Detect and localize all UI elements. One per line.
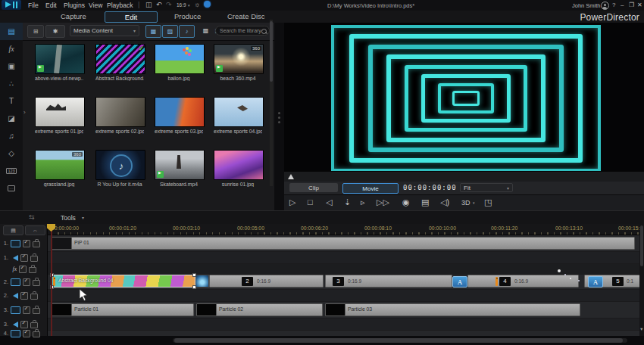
transition-icon[interactable]: A bbox=[452, 276, 467, 288]
track-lock-icon[interactable] bbox=[30, 322, 38, 328]
tab-produce[interactable]: Produce bbox=[168, 11, 207, 21]
3d-mode-button[interactable]: 3D bbox=[461, 199, 470, 207]
audio-track-3-lane[interactable] bbox=[47, 319, 639, 330]
volume-button[interactable]: ◁) bbox=[440, 197, 449, 207]
help-button[interactable]: ? bbox=[612, 2, 615, 8]
timeline-clip-4[interactable]: 4 0:16.9 bbox=[467, 275, 579, 288]
room-content-dropdown[interactable]: Media Content bbox=[70, 25, 139, 36]
snapshot-button[interactable]: ◉ bbox=[402, 197, 410, 207]
track-manager-button[interactable]: ▤ bbox=[3, 225, 23, 235]
timeline-ruler[interactable]: 00:00:00:00 00:00:01:20 00:00:03:10 00:0… bbox=[47, 224, 639, 235]
timeline-clip-particle-3[interactable]: Particle 03 bbox=[325, 303, 580, 316]
library-item[interactable]: extreme sports 03.jpg bbox=[155, 97, 203, 134]
restore-button[interactable]: ❐ bbox=[629, 2, 634, 8]
library-item[interactable]: extreme sports 01.jpg bbox=[35, 97, 83, 134]
library-item[interactable]: extreme sports 04.jpg bbox=[214, 97, 262, 134]
seek-handle[interactable] bbox=[288, 174, 294, 179]
filter-music-button[interactable]: ♪ bbox=[179, 25, 195, 38]
menu-edit[interactable]: Edit bbox=[45, 2, 57, 9]
particle-room-button[interactable]: ∴ bbox=[0, 75, 23, 92]
timeline-clip-pip[interactable]: PiP 01 bbox=[52, 237, 635, 250]
library-item[interactable]: ♪ R You Up for it.m4a bbox=[95, 150, 144, 187]
timeline-clip-particle-1[interactable]: Particle 01 bbox=[52, 303, 194, 316]
fast-forward-button[interactable]: ▷▷ bbox=[377, 197, 389, 207]
library-item[interactable]: sunrise 01.jpg bbox=[214, 150, 262, 187]
track-enable-checkbox[interactable] bbox=[19, 266, 27, 273]
library-item[interactable]: 360 beach 360.mp4 bbox=[214, 44, 262, 81]
redo-icon[interactable]: ↷ bbox=[166, 1, 172, 8]
chapter-room-button[interactable]: 123 bbox=[0, 162, 23, 179]
voice-over-room-button[interactable]: ◇ bbox=[0, 145, 23, 162]
menu-view[interactable]: View bbox=[89, 2, 102, 9]
notification-icon[interactable] bbox=[204, 1, 211, 8]
seek-button[interactable]: ⇣ bbox=[344, 197, 351, 207]
pip-objects-room-button[interactable]: ▣ bbox=[0, 58, 23, 75]
avatar-icon[interactable] bbox=[601, 2, 609, 10]
vscroll-down-arrow-icon[interactable]: ▼ bbox=[639, 327, 643, 331]
library-item[interactable]: ballon.jpg bbox=[155, 44, 203, 81]
timeline-clip-particle-2[interactable]: Particle 02 bbox=[196, 303, 323, 316]
aspect-ratio-dropdown[interactable]: 16:9 bbox=[177, 2, 186, 8]
layout-icon[interactable]: ◫ bbox=[145, 1, 152, 8]
expand-panel-arrow[interactable]: › bbox=[23, 109, 26, 116]
track-lock-icon[interactable] bbox=[33, 241, 40, 247]
search-input[interactable]: Search the library bbox=[215, 26, 270, 36]
track-enable-checkbox[interactable] bbox=[20, 292, 28, 300]
library-scrollbar[interactable] bbox=[270, 20, 273, 186]
track-enable-checkbox[interactable] bbox=[23, 240, 30, 247]
subtitle-room-button[interactable]: ··· bbox=[0, 179, 23, 197]
timecode-display[interactable]: 00:00:00:00 bbox=[403, 184, 457, 191]
track-enable-checkbox[interactable] bbox=[20, 321, 28, 328]
preview-video[interactable] bbox=[331, 25, 601, 171]
audio-mixing-room-button[interactable]: ♫ bbox=[0, 127, 23, 145]
audio-track-2-lane[interactable] bbox=[47, 290, 639, 301]
clip-mode-button[interactable]: Clip bbox=[289, 183, 338, 192]
timeline-vscrollbar[interactable] bbox=[639, 224, 644, 336]
track-lock-icon[interactable] bbox=[30, 256, 38, 262]
track-lock-icon[interactable] bbox=[33, 280, 40, 286]
playhead-line[interactable] bbox=[51, 224, 52, 336]
range-select-button[interactable]: ⇔ bbox=[25, 225, 45, 235]
track-enable-checkbox[interactable] bbox=[23, 278, 30, 286]
split-clip-icon[interactable]: ⇆ bbox=[29, 213, 35, 221]
transition-icon[interactable]: A bbox=[588, 276, 603, 288]
media-room-button[interactable]: ▤ bbox=[0, 23, 23, 40]
tab-edit[interactable]: Edit bbox=[105, 11, 158, 23]
preview-seek-bar[interactable] bbox=[284, 171, 644, 182]
grid-view-icon[interactable]: ▩ bbox=[200, 25, 211, 36]
title-room-button[interactable]: T bbox=[0, 92, 23, 110]
track-enable-checkbox[interactable] bbox=[23, 330, 30, 337]
next-frame-button[interactable]: ▹ bbox=[361, 197, 365, 207]
play-button[interactable]: ▷ bbox=[289, 197, 295, 207]
track-lock-icon[interactable] bbox=[30, 294, 38, 300]
library-item[interactable]: Skateboard.mp4 bbox=[155, 150, 203, 187]
settings-icon[interactable]: ☼ bbox=[194, 1, 200, 8]
menu-plugins[interactable]: Plugins bbox=[64, 2, 85, 9]
panel-divider[interactable] bbox=[274, 23, 284, 212]
track-lock-icon[interactable] bbox=[33, 308, 40, 314]
tab-create-disc[interactable]: Create Disc bbox=[221, 11, 271, 21]
filter-photo-button[interactable]: ▨ bbox=[162, 25, 178, 38]
track-lock-icon[interactable] bbox=[33, 331, 40, 337]
track-lock-icon[interactable] bbox=[29, 267, 36, 273]
fit-zoom-dropdown[interactable]: Fit bbox=[460, 183, 513, 192]
clip-thumbnail[interactable] bbox=[195, 275, 209, 288]
filter-video-button[interactable]: ▦ bbox=[145, 25, 161, 38]
preview-quality-button[interactable]: ▤ bbox=[421, 197, 429, 207]
undock-preview-button[interactable]: ◳ bbox=[484, 197, 492, 207]
video-track-4-lane[interactable] bbox=[47, 331, 639, 336]
close-button[interactable]: ✕ bbox=[637, 2, 642, 8]
minimize-button[interactable]: – bbox=[621, 2, 624, 8]
track-enable-checkbox[interactable] bbox=[23, 306, 30, 314]
menu-file[interactable]: File bbox=[28, 2, 39, 9]
movie-mode-button[interactable]: Movie bbox=[342, 183, 399, 194]
timeline-hscrollbar[interactable] bbox=[173, 338, 627, 343]
tab-capture[interactable]: Capture bbox=[55, 11, 92, 21]
menu-playback[interactable]: Playback bbox=[107, 2, 133, 9]
timeline-clip-2[interactable]: 2 0:16.9 bbox=[209, 275, 324, 288]
timeline-clip-abstract[interactable]: Abstract Background 04 bbox=[52, 275, 195, 288]
tools-dropdown[interactable]: Tools bbox=[61, 214, 76, 222]
effect-room-button[interactable]: fx bbox=[0, 40, 23, 58]
library-item[interactable]: extreme sports 02.jpg bbox=[95, 97, 144, 134]
library-item[interactable]: 360 grassland.jpg bbox=[35, 150, 83, 187]
